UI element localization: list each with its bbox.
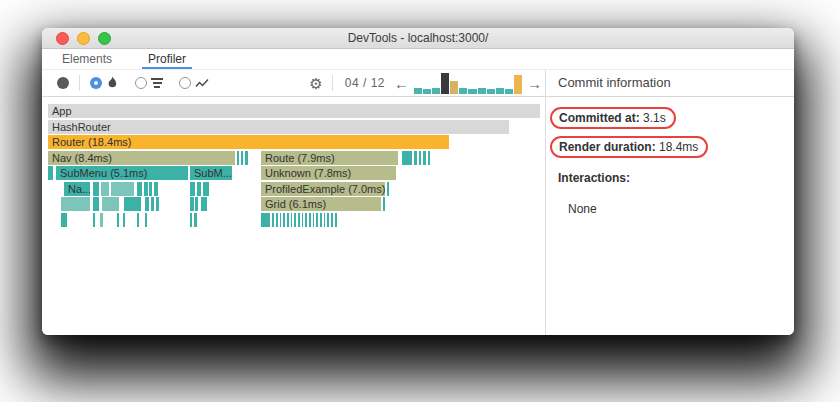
flame-tick[interactable]	[102, 197, 119, 211]
flame-tick[interactable]	[402, 151, 412, 165]
next-commit-button[interactable]: →	[524, 76, 545, 91]
flame-tick[interactable]	[190, 213, 192, 227]
flame-tick[interactable]	[93, 213, 95, 227]
minimap-commit-bar[interactable]	[496, 88, 504, 94]
flame-tick[interactable]	[237, 151, 239, 165]
flame-tick[interactable]	[241, 151, 243, 165]
flame-tick[interactable]	[117, 213, 119, 227]
interactions-none: None	[558, 202, 782, 216]
flame-tick[interactable]	[101, 182, 109, 196]
flame-tick[interactable]	[383, 197, 385, 211]
minimize-button[interactable]	[77, 32, 90, 45]
flame-tick[interactable]	[149, 182, 152, 196]
flame-tick[interactable]	[291, 213, 292, 227]
close-button[interactable]	[56, 32, 69, 45]
radio-flamegraph-view[interactable]	[90, 77, 102, 89]
flame-tick[interactable]	[283, 213, 285, 227]
flame-tick[interactable]	[156, 197, 159, 211]
flame-tick[interactable]	[190, 182, 195, 196]
minimap-commit-bar[interactable]	[514, 75, 522, 94]
flame-tick[interactable]	[123, 213, 125, 227]
flame-tick[interactable]	[298, 213, 300, 227]
flame-tick[interactable]	[145, 197, 149, 211]
flame-tick[interactable]	[335, 213, 337, 227]
flame-bar[interactable]: HashRouter	[48, 120, 509, 134]
minimap-commit-bar[interactable]	[423, 89, 431, 94]
minimap-commit-bar[interactable]	[478, 88, 486, 94]
flame-tick[interactable]	[261, 213, 270, 227]
flame-bar[interactable]: Grid (6.1ms)	[261, 197, 381, 211]
flame-tick[interactable]	[419, 151, 421, 165]
flame-tick[interactable]	[287, 213, 289, 227]
flame-tick[interactable]	[124, 197, 141, 211]
flame-tick[interactable]	[93, 197, 99, 211]
flame-tick[interactable]	[305, 213, 307, 227]
flame-bar[interactable]: App	[48, 104, 540, 118]
flame-tick[interactable]	[194, 213, 197, 227]
flame-tick[interactable]	[423, 151, 426, 165]
minimap-commit-bar[interactable]	[414, 88, 422, 94]
flame-tick[interactable]	[280, 213, 281, 227]
flame-tick[interactable]	[309, 213, 311, 227]
tab-elements[interactable]: Elements	[56, 49, 118, 69]
flame-bar[interactable]: ProfiledExample (7.0ms)	[261, 182, 385, 196]
flame-tick[interactable]	[331, 213, 333, 227]
committed-at-label: Committed at:	[559, 111, 640, 125]
flame-tick[interactable]	[313, 213, 314, 227]
flame-tick[interactable]	[324, 213, 325, 227]
interactions-icon[interactable]	[195, 78, 209, 89]
flame-bar[interactable]: Unknown (7.8ms)	[261, 166, 396, 180]
flame-bar[interactable]: Na...	[64, 182, 90, 196]
radio-interactions-view[interactable]	[179, 77, 191, 89]
flame-tick[interactable]	[294, 213, 296, 227]
flame-tick[interactable]	[61, 213, 67, 227]
flame-tick[interactable]	[61, 197, 90, 211]
flame-bar[interactable]: SubMenu (5.1ms)	[56, 166, 188, 180]
flame-tick[interactable]	[48, 166, 53, 180]
minimap-commit-bar[interactable]	[432, 88, 440, 94]
gear-icon[interactable]: ⚙	[309, 76, 322, 91]
flame-tick[interactable]	[327, 213, 329, 227]
flame-tick[interactable]	[195, 197, 198, 211]
flame-tick[interactable]	[414, 151, 417, 165]
flame-tick[interactable]	[190, 197, 194, 211]
minimap-commit-bar[interactable]	[468, 89, 476, 94]
zoom-button[interactable]	[98, 32, 111, 45]
flame-tick[interactable]	[154, 182, 158, 196]
record-button[interactable]	[57, 77, 69, 89]
minimap-commit-bar[interactable]	[459, 88, 467, 94]
flame-tick[interactable]	[145, 213, 147, 227]
minimap-commit-bar[interactable]	[441, 73, 449, 94]
flame-tick[interactable]	[137, 213, 139, 227]
minimap-commit-bar[interactable]	[487, 89, 495, 94]
flame-bar[interactable]: SubM...	[190, 166, 232, 180]
flame-tick[interactable]	[245, 151, 248, 165]
flame-tick[interactable]	[302, 213, 303, 227]
minimap-commit-bar[interactable]	[450, 81, 458, 94]
flame-tick[interactable]	[201, 197, 207, 211]
flame-bar[interactable]: Router (18.4ms)	[48, 135, 449, 149]
flame-tick[interactable]	[387, 182, 389, 196]
minimap-commit-bar[interactable]	[505, 89, 513, 94]
flame-tick[interactable]	[93, 182, 99, 196]
flame-tick[interactable]	[151, 197, 154, 211]
flame-tick[interactable]	[272, 213, 274, 227]
flame-tick[interactable]	[144, 182, 148, 196]
flame-tick[interactable]	[276, 213, 278, 227]
flame-tick[interactable]	[111, 182, 134, 196]
prev-commit-button[interactable]: ←	[391, 76, 412, 91]
radio-ranked-view[interactable]	[135, 77, 147, 89]
tab-profiler[interactable]: Profiler	[142, 49, 192, 69]
flame-tick[interactable]	[100, 213, 103, 227]
commit-minimap[interactable]	[414, 73, 522, 94]
flame-bar[interactable]: Route (7.9ms)	[261, 151, 398, 165]
flame-tick[interactable]	[137, 182, 142, 196]
flame-tick[interactable]	[320, 213, 322, 227]
flame-tick[interactable]	[316, 213, 318, 227]
flame-tick[interactable]	[197, 182, 201, 196]
flame-tick[interactable]	[428, 151, 430, 165]
flame-icon[interactable]	[106, 76, 119, 90]
flame-bar[interactable]: Nav (8.4ms)	[48, 151, 235, 165]
flame-tick[interactable]	[203, 182, 209, 196]
ranked-icon[interactable]	[151, 78, 163, 88]
